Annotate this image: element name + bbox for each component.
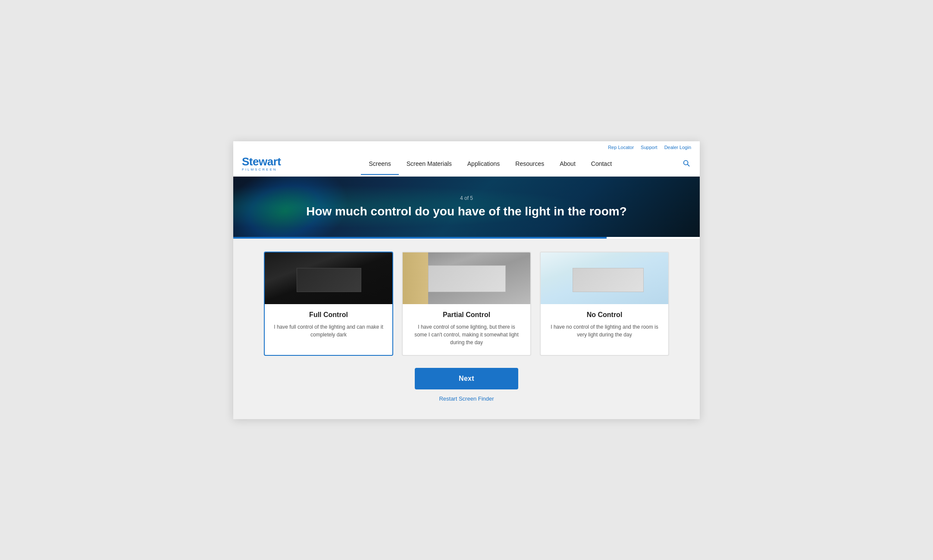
logo[interactable]: Stewart FILMSCREEN: [242, 156, 281, 171]
actions: Next Restart Screen Finder: [250, 368, 683, 402]
card-no-control[interactable]: No Control I have no control of the ligh…: [540, 252, 669, 356]
card-partial-control-title: Partial Control: [411, 311, 522, 319]
svg-point-0: [684, 161, 688, 165]
card-no-control-description: I have no control of the lighting and th…: [549, 323, 660, 339]
hero-progress: 4 of 5: [460, 195, 473, 201]
card-no-control-title: No Control: [549, 311, 660, 319]
next-button[interactable]: Next: [415, 368, 518, 389]
logo-brand: Stewart: [242, 156, 281, 167]
card-full-control-title: Full Control: [273, 311, 384, 319]
card-full-control-image: [265, 252, 392, 304]
main-content: Full Control I have full control of the …: [233, 239, 700, 419]
restart-link[interactable]: Restart Screen Finder: [439, 395, 494, 402]
nav-applications[interactable]: Applications: [460, 152, 508, 175]
nav-resources[interactable]: Resources: [507, 152, 552, 175]
header-main: Stewart FILMSCREEN Screens Screen Materi…: [233, 152, 700, 177]
progress-bar-container: [233, 237, 700, 239]
card-partial-control-description: I have control of some lighting, but the…: [411, 323, 522, 346]
rep-locator-link[interactable]: Rep Locator: [608, 145, 634, 150]
logo-sub: FILMSCREEN: [242, 168, 281, 171]
card-full-control[interactable]: Full Control I have full control of the …: [264, 252, 393, 356]
nav-about[interactable]: About: [552, 152, 583, 175]
hero-banner: 4 of 5 How much control do you have of t…: [233, 177, 700, 237]
nav-contact[interactable]: Contact: [583, 152, 620, 175]
progress-bar-fill: [233, 237, 607, 239]
card-partial-control-body: Partial Control I have control of some l…: [403, 304, 530, 346]
support-link[interactable]: Support: [641, 145, 657, 150]
svg-line-1: [688, 165, 690, 167]
card-no-control-body: No Control I have no control of the ligh…: [541, 304, 668, 339]
card-partial-control[interactable]: Partial Control I have control of some l…: [402, 252, 531, 356]
card-full-control-body: Full Control I have full control of the …: [265, 304, 392, 339]
card-full-control-description: I have full control of the lighting and …: [273, 323, 384, 339]
dealer-login-link[interactable]: Dealer Login: [664, 145, 691, 150]
hero-title: How much control do you have of the ligh…: [297, 205, 636, 218]
nav-screens[interactable]: Screens: [361, 152, 398, 175]
card-no-control-image: [541, 252, 668, 304]
header-top: Rep Locator Support Dealer Login: [233, 141, 700, 152]
search-icon[interactable]: [683, 159, 691, 168]
cards-row: Full Control I have full control of the …: [250, 252, 683, 356]
card-partial-control-image: [403, 252, 530, 304]
main-nav: Screens Screen Materials Applications Re…: [298, 152, 683, 175]
page-wrapper: Rep Locator Support Dealer Login Stewart…: [233, 141, 700, 419]
nav-screen-materials[interactable]: Screen Materials: [399, 152, 460, 175]
